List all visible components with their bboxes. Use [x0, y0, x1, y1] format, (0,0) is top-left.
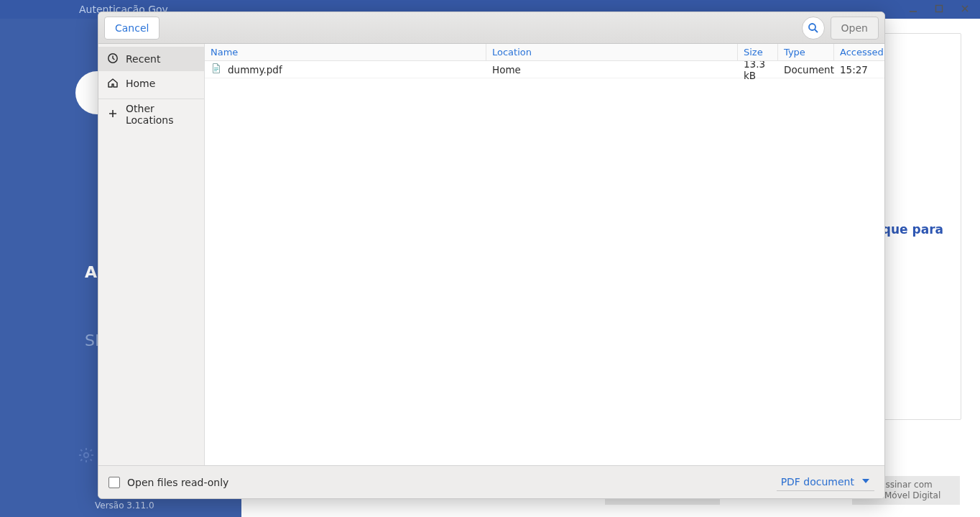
file-icon	[211, 63, 222, 76]
chevron-down-icon	[861, 476, 870, 488]
sidebar-item-label: Recent	[126, 53, 160, 65]
cell-accessed: 15:27	[834, 64, 884, 76]
sidebar-separator	[98, 99, 204, 99]
checkbox-box	[108, 477, 120, 488]
svg-point-5	[809, 24, 815, 30]
file-list-pane: Name Location Size Type Accessed dummy.p…	[205, 44, 884, 465]
sidebar-item-recent[interactable]: Recent	[98, 47, 204, 71]
places-sidebar: Recent Home Other Locations	[98, 44, 205, 465]
cancel-button-label: Cancel	[115, 22, 149, 34]
sidebar-item-label: Home	[126, 78, 155, 89]
gear-icon[interactable]	[78, 447, 95, 466]
filter-label: PDF document	[781, 476, 854, 488]
open-button-label: Open	[841, 22, 868, 34]
version-label: Versão 3.11.0	[95, 500, 154, 511]
column-headers: Name Location Size Type Accessed	[205, 44, 884, 61]
svg-rect-12	[214, 70, 217, 71]
search-button[interactable]	[802, 17, 825, 40]
plus-icon	[107, 108, 119, 122]
readonly-label: Open files read-only	[127, 477, 228, 488]
clock-icon	[107, 52, 119, 66]
open-button[interactable]: Open	[831, 17, 879, 40]
svg-rect-11	[214, 69, 218, 70]
svg-rect-1	[936, 5, 943, 12]
drop-hint: ique para	[878, 222, 943, 237]
home-icon	[107, 77, 119, 91]
file-type-filter[interactable]: PDF document	[777, 473, 874, 491]
minimize-button[interactable]	[908, 4, 918, 16]
search-icon	[808, 22, 819, 34]
cell-name: dummy.pdf	[205, 63, 486, 76]
dialog-body: Recent Home Other Locations Name Locatio…	[98, 44, 884, 465]
svg-line-6	[815, 29, 818, 32]
window-controls	[908, 4, 980, 16]
column-header-type[interactable]: Type	[778, 44, 834, 60]
svg-rect-10	[214, 68, 218, 68]
cell-location: Home	[486, 64, 738, 76]
column-header-name[interactable]: Name	[205, 44, 486, 60]
cell-size: 13.3 kB	[738, 61, 778, 81]
cell-name-text: dummy.pdf	[228, 64, 282, 76]
sign-button-line1: Assinar com	[879, 480, 932, 490]
table-row[interactable]: dummy.pdf Home 13.3 kB Document 15:27	[205, 61, 884, 78]
cancel-button[interactable]: Cancel	[104, 17, 160, 40]
column-header-size[interactable]: Size	[738, 44, 778, 60]
sidebar-item-label: Other Locations	[126, 103, 195, 126]
dialog-header: Cancel Open	[98, 12, 884, 44]
readonly-checkbox[interactable]: Open files read-only	[108, 477, 228, 488]
sidebar-item-other-locations[interactable]: Other Locations	[98, 102, 204, 127]
cell-type: Document	[778, 64, 834, 76]
close-button[interactable]	[960, 4, 970, 16]
svg-point-4	[84, 453, 88, 457]
file-rows: dummy.pdf Home 13.3 kB Document 15:27	[205, 61, 884, 465]
column-header-accessed[interactable]: Accessed	[834, 44, 884, 60]
maximize-button[interactable]	[934, 4, 944, 16]
file-chooser-dialog: Cancel Open Recent Home	[98, 12, 885, 499]
column-header-location[interactable]: Location	[486, 44, 738, 60]
dialog-footer: Open files read-only PDF document	[98, 465, 884, 498]
sidebar-item-home[interactable]: Home	[98, 71, 204, 96]
